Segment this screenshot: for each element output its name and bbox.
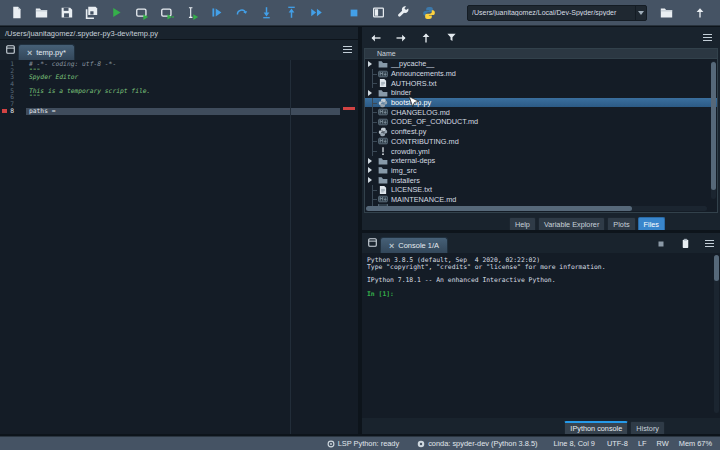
run-cell-button[interactable] [129, 2, 154, 24]
tab-ipython-console[interactable]: IPython console [564, 421, 628, 434]
interrupt-kernel-icon[interactable] [656, 239, 666, 249]
close-icon[interactable]: × [389, 242, 394, 250]
lsp-status[interactable]: LSP Python: ready [327, 439, 400, 448]
run-selection-button[interactable] [179, 2, 204, 24]
debug-play-icon [210, 6, 223, 19]
file-row[interactable]: installers [365, 175, 717, 185]
file-row[interactable]: AUTHORS.txt [365, 78, 717, 88]
files-options-menu-button[interactable] [703, 34, 712, 41]
save-button[interactable] [54, 2, 79, 24]
console-prompt[interactable]: In [1]: [367, 291, 720, 298]
chevron-right-icon[interactable] [368, 90, 378, 96]
step-return-button[interactable] [279, 2, 304, 24]
lsp-status-icon [327, 440, 335, 448]
folder-icon [378, 59, 388, 69]
file-row[interactable]: CONTRIBUTING.md [365, 137, 717, 147]
python-file-icon [378, 127, 388, 137]
chevron-right-icon[interactable] [368, 167, 378, 173]
tree-connector [368, 107, 378, 117]
text-file-icon [378, 78, 388, 88]
file-row[interactable]: img_src [365, 166, 717, 176]
text-file-icon [378, 185, 388, 195]
run-selection-icon [185, 6, 199, 20]
working-directory-dropdown[interactable] [635, 6, 646, 20]
run-cell-advance-icon [160, 6, 174, 20]
console-output[interactable]: Python 3.8.5 (default, Sep 4 2020, 02:22… [362, 253, 720, 418]
file-row[interactable]: LICENSE.txt [365, 185, 717, 195]
close-icon[interactable]: × [27, 49, 32, 57]
run-file-button[interactable] [104, 2, 129, 24]
console-options-menu-button[interactable] [705, 240, 714, 247]
working-directory-combobox[interactable] [467, 5, 647, 21]
file-row[interactable]: conftest.py [365, 127, 717, 137]
console-tab[interactable]: × Console 1/A [380, 237, 448, 253]
tab-help[interactable]: Help [509, 217, 536, 230]
maximize-pane-button[interactable] [366, 2, 391, 24]
browse-tabs-icon[interactable] [367, 237, 378, 248]
save-all-button[interactable] [79, 2, 104, 24]
browse-folder-icon [660, 6, 673, 19]
tree-connector [368, 146, 378, 156]
browse-directory-button[interactable] [654, 2, 679, 24]
memory-status: Mem 67% [679, 439, 712, 448]
files-column-header[interactable]: Name [365, 49, 717, 59]
file-name: crowdin.yml [391, 147, 430, 156]
file-name: AUTHORS.txt [391, 79, 436, 88]
editor-pane: /Users/juanitagomez/.spyder-py3-dev/temp… [0, 27, 358, 434]
file-name: CONTRIBUTING.md [391, 137, 459, 146]
interpreter-status[interactable]: conda: spyder-dev (Python 3.8.5) [417, 439, 537, 448]
files-vertical-scrollbar[interactable] [711, 61, 716, 199]
stop-button[interactable] [341, 2, 366, 24]
files-horizontal-scrollbar[interactable] [366, 206, 707, 211]
chevron-right-icon[interactable] [368, 177, 378, 183]
file-row[interactable]: CODE_OF_CONDUCT.md [365, 117, 717, 127]
yaml-file-icon [378, 146, 388, 156]
scrollbar-thumb[interactable] [711, 62, 716, 190]
code-line-current: 8paths = [0, 108, 340, 115]
preferences-button[interactable] [391, 2, 416, 24]
scrollbar-thumb[interactable] [714, 255, 719, 281]
editor-options-menu-button[interactable] [343, 46, 352, 53]
tab-plots[interactable]: Plots [607, 217, 635, 230]
markdown-file-icon [378, 69, 388, 79]
chevron-right-icon[interactable] [368, 61, 378, 67]
tab-files[interactable]: Files [638, 217, 665, 230]
debug-file-button[interactable] [204, 2, 229, 24]
file-row[interactable]: __pycache__ [365, 59, 717, 69]
file-row[interactable]: crowdin.yml [365, 146, 717, 156]
markdown-file-icon [378, 117, 388, 127]
editor-tab-temp-py[interactable]: × temp.py* [18, 44, 75, 60]
tree-connector [368, 137, 378, 147]
file-row[interactable]: MAINTENANCE.md [365, 195, 717, 205]
run-cell-advance-button[interactable] [154, 2, 179, 24]
scroll-flag-area[interactable] [340, 60, 358, 434]
code-editor[interactable]: 1# -*- coding: utf-8 -*- 2""" 3Spyder Ed… [0, 60, 340, 434]
chevron-right-icon[interactable] [368, 158, 378, 164]
working-directory-input[interactable] [468, 6, 635, 20]
file-row[interactable]: external-deps [365, 156, 717, 166]
editor-breadcrumb: /Users/juanitagomez/.spyder-py3-dev/temp… [0, 27, 358, 40]
console-line [367, 284, 720, 291]
step-into-icon [260, 6, 273, 19]
tab-variable-explorer[interactable]: Variable Explorer [538, 217, 605, 230]
file-row[interactable]: Announcements.md [365, 69, 717, 79]
parent-directory-button[interactable] [687, 2, 712, 24]
files-back-button[interactable] [368, 30, 384, 46]
scrollbar-thumb[interactable] [366, 206, 632, 211]
inspect-icon[interactable] [680, 238, 691, 249]
step-into-button[interactable] [254, 2, 279, 24]
file-name: CHANGELOG.md [391, 108, 450, 117]
wrench-icon [397, 6, 410, 19]
browse-tabs-icon[interactable] [5, 44, 16, 55]
rerun-cell-button[interactable] [229, 2, 254, 24]
files-forward-button[interactable] [393, 30, 409, 46]
files-parent-button[interactable] [418, 30, 434, 46]
open-file-button[interactable] [29, 2, 54, 24]
tab-history[interactable]: History [630, 421, 665, 434]
continue-execution-button[interactable] [304, 2, 329, 24]
console-scrollbar[interactable] [714, 255, 719, 413]
files-filter-button[interactable] [443, 30, 459, 46]
new-file-button[interactable] [4, 2, 29, 24]
python-path-manager-button[interactable] [416, 2, 441, 24]
conda-env-icon [417, 440, 425, 448]
